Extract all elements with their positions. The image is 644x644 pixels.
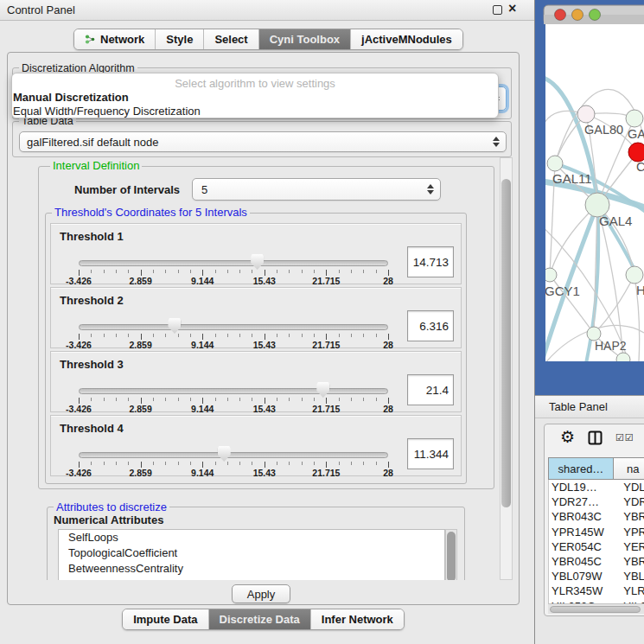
gear-icon[interactable]: ⚙ (560, 427, 575, 447)
svg-text:C: C (636, 160, 644, 174)
split-columns-icon[interactable] (588, 430, 603, 445)
threshold-value-field[interactable]: 6.316 (407, 310, 454, 341)
threshold-slider-track[interactable] (79, 260, 388, 266)
settings-scroll-area: Interval Definition Number of Intervals … (36, 157, 500, 580)
close-icon[interactable]: × (508, 1, 516, 16)
node-table: shared… na YDL19…YDL19YDR27…YDR27YBR043C… (548, 457, 644, 603)
tab-select[interactable]: Select (203, 29, 258, 49)
network-icon (85, 34, 96, 45)
column-header-name[interactable]: na (614, 457, 644, 480)
thresholds-group-title: Threshold's Coordinates for 5 Intervals (52, 206, 250, 219)
threshold-panel: Threshold 4 -3.4262.8599.14415.4321.7152… (50, 415, 462, 476)
select-columns-checkbox-icons[interactable]: ☑☑ (615, 432, 634, 443)
table-rows: YDL19…YDL19YDR27…YDR27YBR043CYBR04YPR145… (548, 480, 644, 603)
float-panel-icon[interactable] (493, 5, 502, 15)
algorithm-option-equal-width[interactable]: Equal Width/Frequency Discretization (12, 105, 498, 118)
table-data-combo-value: galFiltered.sif default node (27, 136, 158, 149)
table-row[interactable]: YLR345WYLR34 (549, 583, 644, 598)
table-panel-window: ⚙ ☑☑ shared… na YDL19…YDL19YDR27…YDR27YB… (544, 424, 644, 616)
threshold-slider-track[interactable] (79, 324, 388, 330)
slider-tick-labels: -3.4262.8599.14415.4321.71528 (79, 340, 388, 350)
threshold-value-field[interactable]: 21.4 (407, 374, 454, 405)
tab-network[interactable]: Network (74, 29, 155, 49)
threshold-value-field[interactable]: 11.344 (407, 438, 454, 469)
algorithm-option-manual[interactable]: Manual Discretization (12, 91, 498, 105)
table-horizontal-scrollbar[interactable] (548, 603, 644, 614)
combo-arrows-icon (493, 137, 500, 147)
bottom-tab-bar: Impute DataDiscretize DataInfer Network (122, 609, 405, 630)
table-panel-title: Table Panel (549, 400, 608, 413)
slider-tick-labels: -3.4262.8599.14415.4321.71528 (79, 468, 388, 478)
bottom-tab-row: Impute DataDiscretize DataInfer Network (7, 609, 520, 630)
tab-jactivemnodules[interactable]: jActiveMNodules (350, 29, 462, 49)
list-item[interactable]: TopologicalCoefficient (59, 545, 444, 561)
interval-definition-title: Interval Definition (50, 159, 142, 172)
svg-text:H: H (636, 283, 644, 297)
threshold-label: Threshold 4 (60, 422, 124, 435)
table-panel-titlebar: Table Panel (535, 395, 644, 418)
list-item[interactable]: BetweennessCentrality (59, 561, 444, 577)
threshold-label: Threshold 1 (60, 230, 124, 243)
settings-vertical-scrollbar[interactable] (500, 157, 513, 580)
svg-text:GAL80: GAL80 (584, 123, 623, 137)
slider-tick-labels: -3.4262.8599.14415.4321.71528 (79, 404, 388, 414)
svg-text:GAL4: GAL4 (599, 214, 632, 228)
network-view-window[interactable]: GAL80GACGAL11GAL4GCY1HHAP2 (535, 0, 644, 395)
threshold-panel: Threshold 3 -3.4262.8599.14415.4321.7152… (50, 351, 462, 412)
combo-arrows-icon (427, 184, 434, 194)
top-tab-bar: NetworkStyleSelectCyni ToolboxjActiveMNo… (73, 29, 463, 50)
table-header-row: shared… na (548, 457, 644, 480)
table-data-combobox[interactable]: galFiltered.sif default node (19, 131, 507, 152)
tab-discretize-data[interactable]: Discretize Data (208, 609, 310, 629)
svg-text:HAP2: HAP2 (595, 339, 627, 353)
svg-text:GA: GA (628, 127, 644, 141)
num-intervals-value: 5 (201, 183, 207, 196)
traffic-light-buttons[interactable] (555, 10, 601, 21)
right-column: GAL80GACGAL11GAL4GCY1HHAP2 Table Panel ⚙… (534, 0, 644, 644)
tab-style[interactable]: Style (155, 29, 203, 49)
column-header-shared-name[interactable]: shared… (548, 457, 614, 480)
table-row[interactable]: YBR043CYBR04 (549, 509, 644, 524)
slider-tick-labels: -3.4262.8599.14415.4321.71528 (79, 276, 388, 286)
numerical-attributes-list[interactable]: SelfLoopsTopologicalCoefficientBetweenne… (58, 529, 445, 580)
threshold-slider-track[interactable] (79, 452, 388, 458)
control-panel: Control Panel × NetworkStyleSelectCyni T… (0, 0, 534, 644)
threshold-slider-thumb[interactable] (316, 382, 329, 398)
num-intervals-combobox[interactable]: 5 (192, 178, 441, 201)
threshold-label: Threshold 2 (60, 294, 124, 307)
num-intervals-label: Number of Intervals (74, 183, 180, 196)
table-row[interactable]: YBL079WYBL07 (549, 569, 644, 583)
attributes-group-title: Attributes to discretize (54, 501, 169, 513)
algorithm-dropdown-popup: Select algorithm to view settings Manual… (11, 73, 499, 118)
threshold-slider-thumb[interactable] (168, 318, 181, 334)
tab-infer-network[interactable]: Infer Network (310, 609, 404, 629)
threshold-panel: Threshold 2 -3.4262.8599.14415.4321.7152… (50, 287, 462, 348)
tab-impute-data[interactable]: Impute Data (123, 609, 207, 629)
table-row[interactable]: YER054CYER05 (549, 539, 644, 554)
table-row[interactable]: YPR145WYPR14 (549, 525, 644, 539)
threshold-label: Threshold 3 (60, 358, 124, 371)
screenshot-root: Control Panel × NetworkStyleSelectCyni T… (0, 0, 644, 644)
threshold-value-field[interactable]: 14.713 (407, 246, 454, 277)
table-row[interactable]: YBR045CYBR04 (549, 554, 644, 569)
scrollbar-thumb[interactable] (550, 606, 641, 613)
control-panel-titlebar: Control Panel × (0, 0, 534, 21)
attributes-list-scrollbar[interactable] (445, 529, 457, 580)
threshold-slider-thumb[interactable] (251, 254, 264, 270)
panel-title: Control Panel (7, 3, 75, 16)
tab-cyni-toolbox[interactable]: Cyni Toolbox (258, 29, 350, 49)
svg-text:GAL11: GAL11 (552, 171, 592, 186)
threshold-slider-track[interactable] (79, 388, 388, 394)
threshold-slider-thumb[interactable] (218, 446, 231, 462)
threshold-panel: Threshold 1 -3.4262.8599.14415.4321.7152… (50, 223, 462, 284)
numerical-attributes-label: Numerical Attributes (54, 513, 163, 526)
list-item[interactable]: SelfLoops (59, 530, 444, 545)
algorithm-placeholder: Select algorithm to view settings (12, 77, 498, 91)
table-row[interactable]: YDR27…YDR27 (549, 494, 644, 509)
table-row[interactable]: YDL19…YDL19 (549, 480, 644, 494)
svg-text:GCY1: GCY1 (545, 284, 580, 298)
apply-button[interactable]: Apply (232, 584, 290, 603)
